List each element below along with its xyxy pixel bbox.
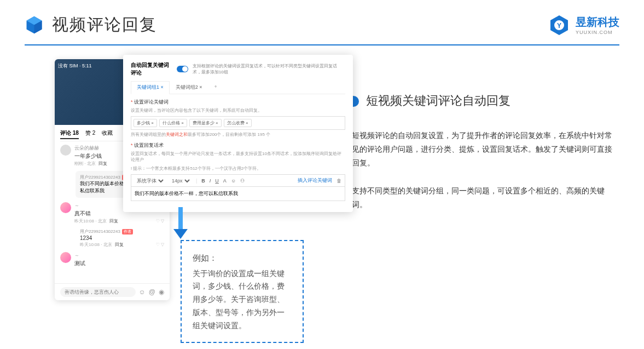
example-body: 关于询价的设置成一组关键词，多少钱、什么价格，费用多少等。关于咨询班型、版本、型… — [193, 267, 292, 333]
comment-item: ～ 测试 — [60, 252, 164, 268]
logo-icon: Y — [548, 14, 570, 36]
italic-icon[interactable]: I — [210, 178, 211, 184]
editor-toolbar: 系统字体 14px | B I U A ☺ ⚇ 插入评论关键词 🗑 — [131, 174, 345, 186]
heart-icon[interactable]: ♡ ▽ — [156, 219, 164, 224]
panel-title: 自动回复关键词评论 — [131, 61, 172, 77]
bullet-item: 支持不同类型的关键词分组，同一类问题，可设置多个相近的、高频的关键词。 — [342, 184, 619, 211]
chip[interactable]: 费用是多少 × — [189, 119, 222, 127]
avatar — [60, 202, 71, 213]
logo-url: YUUXIN.COM — [576, 30, 619, 35]
page-title: 视频评论回复 — [52, 14, 157, 36]
avatar — [60, 252, 71, 263]
insert-keyword-button[interactable]: 插入评论关键词 — [298, 177, 332, 184]
kw-tab-add[interactable]: + — [208, 81, 223, 94]
kw-tab-2[interactable]: 关键词组2 × — [170, 81, 208, 94]
send-icon[interactable]: ◉ — [159, 288, 164, 296]
title-wrap: 视频评论回复 — [25, 14, 157, 36]
arrow-down-icon — [172, 207, 189, 240]
tab-likes[interactable]: 赞 2 — [85, 129, 95, 139]
panel-desc: 支持根据评论的关键词设置回复话术，可以针对不同类型关键词设置回复话术，最多添加1… — [193, 63, 345, 75]
chip[interactable]: 什么价格 × — [159, 119, 187, 127]
screenshot-mockup: 没有 SIM · 5:11 评论 18 赞 2 收藏 云朵的赫赫 一年多少钱 刚… — [25, 59, 320, 317]
bold-icon[interactable]: B — [201, 178, 205, 184]
section-title: 短视频关键词评论自动回复 — [366, 93, 510, 109]
kw-tab-1[interactable]: 关键词组1 × — [131, 81, 170, 94]
comment-input[interactable] — [60, 287, 136, 297]
font-select[interactable]: 系统字体 — [135, 178, 165, 184]
size-select[interactable]: 14px — [170, 178, 192, 184]
avatar — [60, 145, 71, 156]
box-icon — [25, 15, 44, 35]
svg-rect-6 — [178, 207, 183, 229]
example-heading: 例如： — [193, 251, 292, 265]
tab-favs[interactable]: 收藏 — [102, 129, 113, 139]
reply-editor[interactable]: 我们不同的版本价格不一样，您可以私信联系我 — [131, 186, 345, 201]
chip[interactable]: 怎么收费 × — [224, 119, 252, 127]
color-icon[interactable]: A — [223, 178, 227, 184]
svg-marker-7 — [173, 229, 188, 239]
heart-icon[interactable]: ♡ ▽ — [156, 242, 164, 247]
keyword-chips[interactable]: 多少钱 × 什么价格 × 费用是多少 × 怎么收费 × — [131, 116, 345, 130]
emoji-icon[interactable]: ☺ — [139, 288, 146, 296]
link-icon[interactable]: ⚇ — [240, 178, 245, 184]
underline-icon[interactable]: U — [215, 178, 219, 184]
bullet-item: 短视频评论的自动回复设置，为了提升作者的评论回复效率，在系统中针对常见的评论用户… — [342, 129, 619, 170]
keyword-group-tabs: 关键词组1 × 关键词组2 × + — [131, 81, 345, 94]
tab-comments[interactable]: 评论 18 — [60, 129, 79, 139]
logo: Y 昱新科技 YUUXIN.COM — [548, 14, 619, 36]
feature-bullets: 短视频评论的自动回复设置，为了提升作者的评论回复效率，在系统中针对常见的评论用户… — [342, 129, 619, 211]
emoji-icon[interactable]: ☺ — [231, 178, 236, 184]
chip[interactable]: 多少钱 × — [134, 119, 157, 127]
svg-text:Y: Y — [557, 22, 561, 30]
auto-reply-toggle[interactable] — [177, 66, 188, 72]
logo-name: 昱新科技 — [576, 15, 619, 30]
right-content: 短视频关键词评论自动回复 短视频评论的自动回复设置，为了提升作者的评论回复效率，… — [342, 59, 619, 317]
at-icon[interactable]: @ — [149, 288, 155, 296]
example-box: 例如： 关于询价的设置成一组关键词，多少钱、什么价格，费用多少等。关于咨询班型、… — [181, 240, 304, 343]
settings-panel: 自动回复关键词评论 支持根据评论的关键词设置回复话术，可以针对不同类型关键词设置… — [123, 55, 353, 212]
delete-icon[interactable]: 🗑 — [336, 178, 341, 184]
comment-item: 用户2299214302243作者 1234 昨天10:08 · 北京回复♡ ▽ — [76, 228, 164, 248]
comment-input-bar: ☺ @ ◉ — [55, 283, 170, 300]
page-header: 视频评论回复 Y 昱新科技 YUUXIN.COM — [0, 0, 644, 42]
